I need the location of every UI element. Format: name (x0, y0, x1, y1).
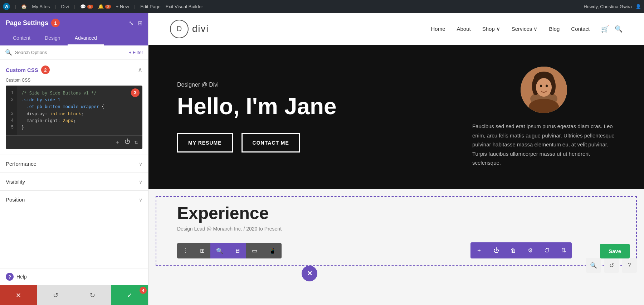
divi-link[interactable]: Divi (61, 4, 69, 9)
mt-history-btn[interactable]: ⏱ (538, 242, 556, 258)
floating-toolbar: ⋮ ⊞ 🔍 🖥 ▭ 📱 (177, 243, 282, 258)
bubble-badge: 0 (105, 5, 111, 9)
logo-text: divi (192, 23, 209, 34)
check-button[interactable]: ✓ 4 (111, 285, 148, 305)
logo-circle: D (170, 20, 189, 38)
tab-content[interactable]: Content (6, 32, 38, 45)
help-bar[interactable]: ? Help (0, 268, 148, 285)
nav-blog[interactable]: Blog (549, 26, 560, 32)
sort-code-btn[interactable]: ⇅ (135, 139, 138, 146)
visibility-chevron: ∨ (139, 179, 142, 185)
css-label: Custom CSS (6, 78, 142, 83)
step-badge-2: 2 (41, 66, 50, 74)
hero-left: Designer @ Divi Hello, I'm Jane MY RESUM… (177, 82, 472, 152)
custom-css-title: Custom CSS (6, 67, 38, 73)
module-toolbar: ＋ ⏻ 🗑 ⚙ ⏱ ⇅ (470, 242, 572, 258)
custom-css-toggle[interactable]: ∧ (138, 66, 142, 74)
ft-desktop-btn[interactable]: 🖥 (229, 243, 246, 258)
close-button[interactable]: ✕ (0, 285, 37, 305)
exp-title: Experience (177, 203, 615, 223)
undo-button[interactable]: ↺ (37, 285, 74, 305)
comments-badge: 5 (87, 5, 93, 9)
line-numbers: 1 2 3 4 5 (6, 86, 17, 135)
hero-right: Faucibus sed sed erat ipsum purus egesta… (472, 67, 615, 168)
save-button[interactable]: Save (600, 244, 630, 258)
panel-layout-icon[interactable]: ⊞ (138, 20, 142, 26)
exit-builder-link[interactable]: Exit Visual Builder (166, 4, 203, 9)
nav-shop[interactable]: Shop ∨ (482, 26, 500, 32)
code-editor[interactable]: 3 1 2 3 4 5 /* Side by Side Buttons v1 *… (6, 86, 142, 149)
search-bar: 🔍 + Filter (0, 45, 148, 60)
visibility-section: Visibility ∨ (0, 173, 148, 190)
nav-services[interactable]: Services ∨ (512, 26, 538, 32)
add-code-btn[interactable]: ＋ (114, 139, 120, 146)
step-badge-3: 3 (131, 88, 140, 97)
performance-title: Performance (6, 161, 36, 167)
bubble-icon: 🔔 (98, 4, 104, 9)
mt-power-btn[interactable]: ⏻ (488, 242, 505, 258)
bottom-bar: ✕ ↺ ↻ ✓ 4 (0, 285, 148, 305)
ft-tablet-btn[interactable]: ▭ (246, 243, 263, 258)
shop-chevron-icon: ∨ (496, 26, 500, 32)
bubble-link[interactable]: 🔔 0 (98, 4, 111, 9)
avatar-image (521, 67, 567, 113)
panel-content: Custom CSS 2 ∧ Custom CSS 3 1 2 3 (0, 60, 148, 268)
position-header[interactable]: Position ∨ (6, 197, 142, 203)
logo-d: D (177, 25, 182, 33)
nav-home[interactable]: Home (431, 26, 445, 32)
visibility-header[interactable]: Visibility ∨ (6, 179, 142, 185)
mt-trash-btn[interactable]: 🗑 (505, 242, 522, 258)
tab-advanced[interactable]: Advanced (68, 32, 104, 45)
resume-button[interactable]: MY RESUME (177, 133, 233, 152)
search-input[interactable] (15, 50, 126, 55)
contact-button[interactable]: CONTACT ME (241, 133, 300, 152)
help-right-btn[interactable]: ? (622, 258, 637, 273)
ft-mobile-btn[interactable]: 📱 (263, 243, 282, 258)
filter-button[interactable]: + Filter (129, 50, 143, 55)
mt-settings-btn[interactable]: ⚙ (522, 242, 538, 258)
site-nav-links: Home About Shop ∨ Services ∨ Blog Contac… (431, 25, 623, 33)
ft-menu-btn[interactable]: ⋮ (177, 243, 194, 258)
close-module-btn[interactable]: ✕ (302, 266, 317, 281)
admin-bar: W | 🏠 My Sites | Divi | 💬 5 🔔 0 + New | … (0, 0, 644, 13)
search-right-btn[interactable]: 🔍 (586, 258, 601, 273)
step-badge-1: 1 (51, 19, 60, 27)
redo-button[interactable]: ↻ (74, 285, 111, 305)
panel-header: Page Settings 1 ⤡ ⊞ Content Design Advan… (0, 13, 148, 45)
user-greeting[interactable]: Howdy, Christina Gwira (584, 4, 632, 9)
search-nav-icon[interactable]: 🔍 (615, 25, 623, 33)
position-chevron: ∨ (139, 197, 142, 203)
services-chevron-icon: ∨ (533, 26, 537, 32)
cart-icon[interactable]: 🛒 (601, 25, 609, 33)
power-code-btn[interactable]: ⏻ (125, 139, 130, 146)
panel-tabs: Content Design Advanced (6, 32, 142, 45)
nav-about[interactable]: About (457, 26, 470, 32)
panel-expand-icon[interactable]: ⤡ (129, 20, 133, 26)
ft-layout-btn[interactable]: ⊞ (194, 243, 210, 258)
code-content[interactable]: /* Side by Side Buttons v1 */ .side-by-s… (17, 86, 142, 135)
svg-point-8 (540, 85, 542, 87)
home-icon[interactable]: 🏠 (21, 4, 27, 9)
wp-logo-icon[interactable]: W (3, 3, 10, 10)
position-title: Position (6, 197, 25, 203)
mt-add-btn[interactable]: ＋ (470, 242, 488, 258)
comments-link[interactable]: 💬 5 (80, 4, 93, 9)
mt-sort-btn[interactable]: ⇅ (556, 242, 572, 258)
my-sites-link[interactable]: My Sites (32, 4, 50, 9)
performance-header[interactable]: Performance ∨ (6, 161, 142, 167)
hero-bio: Faucibus sed sed erat ipsum purus egesta… (472, 122, 615, 168)
hero-section: Designer @ Divi Hello, I'm Jane MY RESUM… (148, 45, 644, 189)
nav-contact[interactable]: Contact (571, 26, 590, 32)
search-icon: 🔍 (5, 49, 12, 56)
edit-page-link[interactable]: Edit Page (140, 4, 160, 9)
ft-search-btn[interactable]: 🔍 (210, 243, 229, 258)
comment-icon: 💬 (80, 4, 86, 9)
tab-design[interactable]: Design (38, 32, 68, 45)
right-panel: D divi Home About Shop ∨ Services ∨ Blog… (148, 13, 644, 305)
performance-chevron: ∨ (139, 161, 142, 167)
help-icon: ? (6, 273, 14, 281)
experience-section: Experience Design Lead @ Monarch Inc. / … (148, 189, 644, 305)
new-link[interactable]: + New (116, 4, 129, 9)
history-right-btn[interactable]: ↺ (604, 258, 619, 273)
hero-title: Hello, I'm Jane (177, 94, 472, 119)
